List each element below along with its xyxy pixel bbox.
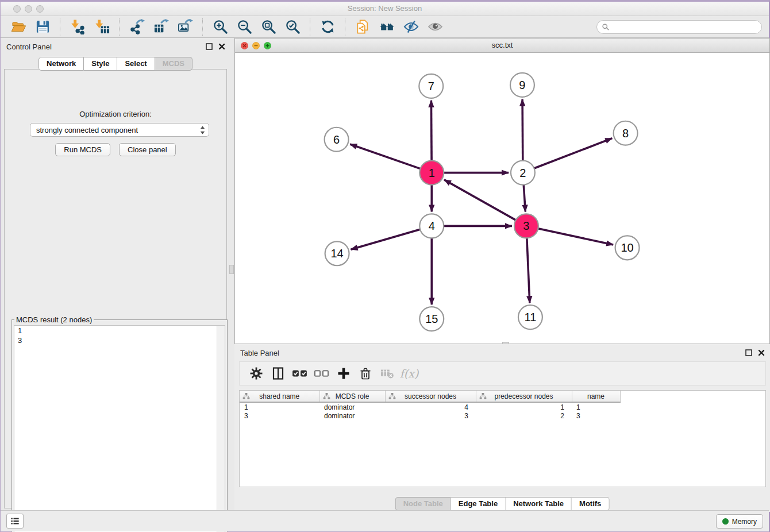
edge-3-11[interactable] [527, 238, 530, 303]
zoom-selected-button[interactable] [284, 18, 301, 36]
svg-text:14: 14 [330, 247, 343, 260]
tab-mcds[interactable]: MCDS [155, 57, 192, 71]
svg-text:7: 7 [428, 80, 434, 92]
column-header-successor-nodes[interactable]: successor nodes [385, 391, 476, 402]
node-3[interactable]: 3 [514, 214, 538, 238]
refresh-view-button[interactable] [319, 18, 336, 36]
tab-select[interactable]: Select [117, 57, 155, 71]
open-file-button[interactable] [10, 18, 27, 36]
save-session-icon [35, 19, 51, 34]
tab-style[interactable]: Style [84, 57, 117, 71]
clone-network-button[interactable] [354, 18, 371, 36]
export-network-button[interactable] [128, 18, 145, 36]
edge-2-8[interactable] [534, 138, 612, 168]
search-input[interactable] [610, 21, 761, 33]
toggle-columns-icon [271, 367, 285, 380]
table-row[interactable]: 3dominator323 [240, 411, 620, 421]
table-cell[interactable]: 1 [476, 402, 572, 411]
tab-motifs[interactable]: Motifs [572, 497, 609, 511]
mcds-result-list[interactable]: 13 [14, 325, 225, 532]
table-cell[interactable]: 4 [385, 402, 476, 411]
criterion-dropdown[interactable]: strongly connected component [30, 123, 209, 137]
deselect-all-rows-button[interactable] [313, 365, 330, 382]
zoom-out-button[interactable] [236, 18, 253, 36]
node-10[interactable]: 10 [615, 236, 640, 260]
task-history-button[interactable] [6, 514, 24, 529]
export-table-button[interactable] [152, 18, 170, 36]
table-cell[interactable]: 1 [572, 402, 620, 411]
svg-text:2: 2 [519, 167, 526, 179]
node-11[interactable]: 11 [518, 305, 542, 329]
run-mcds-button[interactable]: Run MCDS [55, 143, 110, 156]
float-panel-icon[interactable] [205, 43, 213, 51]
result-scrollbar[interactable] [217, 326, 225, 532]
refresh-view-icon [320, 19, 336, 34]
column-header-name[interactable]: name [572, 391, 620, 402]
tab-edge-table[interactable]: Edge Table [451, 497, 506, 511]
mcds-result-node: 3 [14, 336, 225, 345]
column-header-predecessor-nodes[interactable]: predecessor nodes [476, 391, 572, 402]
table-cell[interactable]: 2 [476, 411, 572, 421]
tab-network[interactable]: Network [38, 57, 84, 71]
node-6[interactable]: 6 [325, 128, 349, 152]
svg-text:11: 11 [525, 311, 537, 323]
node-2[interactable]: 2 [511, 161, 535, 185]
hide-selected-button[interactable] [402, 18, 419, 36]
toggle-columns-button[interactable] [270, 365, 287, 382]
vertical-splitter-handle[interactable] [229, 265, 234, 274]
float-table-panel-icon[interactable] [745, 349, 753, 357]
edge-4-14[interactable] [351, 229, 421, 249]
edge-1-7[interactable] [431, 101, 432, 161]
table-cell[interactable]: 3 [572, 411, 620, 421]
node-8[interactable]: 8 [614, 121, 638, 145]
edge-1-6[interactable] [350, 144, 420, 169]
criterion-value: strongly connected component [36, 126, 138, 134]
memory-button[interactable]: Memory [716, 514, 763, 529]
add-button-button[interactable] [335, 365, 352, 382]
close-panel-button[interactable]: Close panel [119, 143, 176, 156]
import-table-button[interactable] [93, 18, 110, 36]
close-table-panel-icon[interactable] [757, 349, 765, 357]
import-network-button[interactable] [69, 18, 86, 36]
main-titlebar[interactable]: Session: New Session [1, 2, 769, 16]
svg-text:8: 8 [622, 127, 629, 140]
table-settings-icon [249, 367, 263, 380]
close-panel-icon[interactable] [218, 43, 226, 51]
node-7[interactable]: 7 [419, 74, 443, 98]
edge-2-9[interactable] [522, 99, 523, 161]
table-cell[interactable]: 1 [240, 402, 319, 411]
zoom-selected-icon [285, 19, 301, 34]
edge-3-1[interactable] [444, 180, 516, 220]
select-all-rows-button[interactable] [291, 365, 309, 382]
table-cell[interactable]: 3 [240, 411, 319, 421]
zoom-in-button[interactable] [211, 18, 229, 36]
node-4[interactable]: 4 [419, 214, 444, 238]
toolbar-separator [119, 18, 120, 36]
node-15[interactable]: 15 [419, 307, 444, 331]
dropdown-stepper-icon [199, 124, 206, 136]
node-9[interactable]: 9 [510, 73, 534, 97]
table-row[interactable]: 1dominator411 [240, 402, 620, 411]
table-cell[interactable]: dominator [319, 402, 385, 411]
column-header-mcds-role[interactable]: MCDS role [319, 391, 385, 402]
export-image-button[interactable] [176, 18, 194, 36]
zoom-fit-content-button[interactable] [260, 18, 277, 36]
table-settings-button[interactable] [248, 365, 265, 382]
delete-table-button [379, 365, 396, 382]
network-window-titlebar[interactable]: scc.txt [235, 38, 769, 53]
column-header-shared-name[interactable]: shared name [240, 391, 319, 402]
delete-rows-button[interactable] [357, 365, 374, 382]
optimization-criterion-label: Optimization criterion: [5, 110, 226, 118]
tab-node-table[interactable]: Node Table [395, 497, 451, 511]
show-all-button[interactable] [426, 18, 444, 36]
node-1[interactable]: 1 [419, 161, 444, 185]
save-session-button[interactable] [34, 18, 51, 36]
edge-3-10[interactable] [538, 229, 613, 245]
table-cell[interactable]: 3 [385, 411, 476, 421]
table-cell[interactable]: dominator [319, 411, 385, 421]
tab-network-table[interactable]: Network Table [506, 497, 572, 511]
edge-2-3[interactable] [523, 185, 525, 212]
node-14[interactable]: 14 [325, 241, 349, 265]
first-neighbors-button[interactable] [378, 18, 395, 36]
network-canvas[interactable]: 1234678910111415 [235, 53, 769, 344]
